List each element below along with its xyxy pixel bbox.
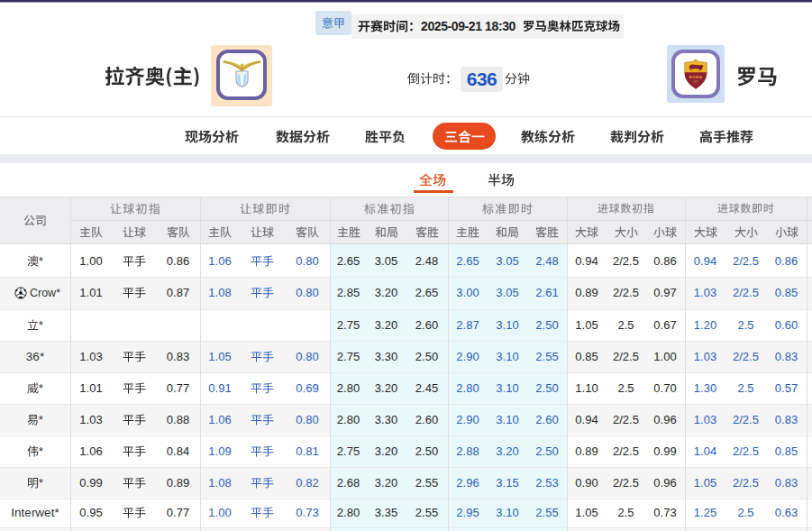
svg-text:ROMA: ROMA xyxy=(689,75,702,79)
svg-text:1927: 1927 xyxy=(693,80,698,84)
